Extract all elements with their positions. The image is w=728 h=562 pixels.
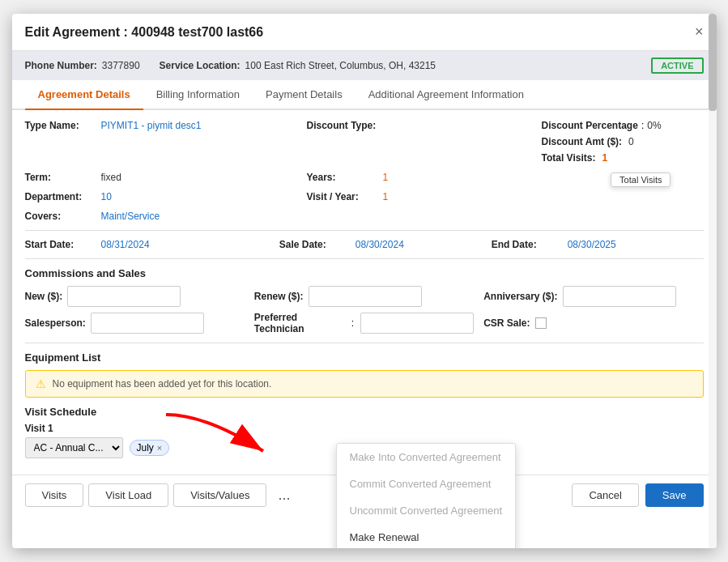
tooltip-box: Total Visits (611, 172, 671, 187)
dates-row: Start Date: 08/31/2024 Sale Date: 08/30/… (25, 239, 704, 250)
sale-date-label: Sale Date: (279, 239, 352, 250)
total-visits-value: 1 (602, 152, 607, 164)
equipment-title: Equipment List (25, 351, 704, 364)
tab-agreement-details[interactable]: Agreement Details (25, 80, 143, 110)
phone-info: Phone Number: 3377890 (25, 60, 140, 71)
modal-title: Edit Agreement : 400948 test700 last66 (25, 25, 264, 40)
anniversary-commission-item: Anniversary ($): (483, 286, 703, 307)
visit-load-button[interactable]: Visit Load (88, 483, 168, 507)
preferred-tech-input[interactable] (360, 313, 474, 334)
anniversary-input[interactable] (563, 286, 676, 307)
new-input[interactable] (67, 286, 181, 307)
dept-label: Department: (25, 191, 98, 202)
tab-bar: Agreement Details Billing Information Pa… (12, 80, 717, 110)
sale-date-group: Sale Date: 08/30/2024 (279, 239, 492, 250)
renew-commission-item: Renew ($): (254, 286, 474, 307)
july-tag: July × (130, 440, 170, 456)
menu-item-uncommit: Uncommit Converted Agreement (337, 497, 516, 524)
type-name-group: Type Name: PIYMIT1 - piymit desc1 (25, 120, 307, 131)
discount-amt-row: Discount Amt ($): 0 (542, 136, 704, 147)
discount-col: Discount Percentage : 0% Discount Amt ($… (542, 120, 704, 164)
context-menu: Make Into Converted Agreement Commit Con… (336, 443, 517, 548)
tab-billing-information[interactable]: Billing Information (143, 80, 253, 110)
covers-value: Maint/Service (101, 211, 160, 222)
divider1 (25, 230, 704, 231)
visit-schedule-title: Visit Schedule (25, 406, 704, 418)
discount-type-group: Discount Type: (307, 120, 542, 131)
csr-sale-item: CSR Sale: (483, 312, 703, 334)
total-visits-row: Total Visits: 1 Total Visits (542, 152, 704, 164)
renew-input[interactable] (309, 286, 422, 307)
new-label: New ($): (25, 291, 63, 302)
years-value: 1 (383, 172, 389, 183)
preferred-tech-item: Preferred Technician : (254, 312, 474, 334)
phone-label: Phone Number: (25, 60, 97, 71)
edit-agreement-modal: Edit Agreement : 400948 test700 last66 ×… (12, 14, 717, 548)
start-date-value: 08/31/2024 (101, 239, 150, 250)
end-date-value: 08/30/2025 (568, 239, 616, 250)
tab-content: Type Name: PIYMIT1 - piymit desc1 Discou… (12, 110, 717, 468)
end-date-label: End Date: (492, 239, 564, 250)
phone-value: 3377890 (102, 60, 140, 71)
commissions-title: Commissions and Sales (25, 267, 704, 279)
discount-amt-label: Discount Amt ($): (542, 136, 623, 147)
july-tag-remove[interactable]: × (157, 443, 162, 453)
dept-value: 10 (101, 191, 112, 202)
visits-button[interactable]: Visits (25, 483, 84, 507)
term-value: fixed (101, 172, 121, 183)
scrollbar-thumb[interactable] (709, 14, 717, 111)
location-label: Service Location: (160, 60, 241, 71)
new-commission-item: New ($): (25, 286, 245, 307)
visit-type-dropdown[interactable]: AC - Annual C... (25, 437, 123, 458)
visits-values-button[interactable]: Visits/Values (173, 483, 266, 507)
start-date-group: Start Date: 08/31/2024 (25, 239, 279, 250)
csr-sale-checkbox[interactable] (535, 317, 547, 329)
info-bar: Phone Number: 3377890 Service Location: … (12, 51, 717, 80)
tab-additional-agreement[interactable]: Additional Agreement Information (355, 80, 537, 110)
active-badge: ACTIVE (651, 57, 703, 74)
end-date-group: End Date: 08/30/2025 (492, 239, 704, 250)
discount-pct-value: 0% (647, 120, 661, 131)
visit-year-label: Visit / Year: (307, 191, 380, 202)
dept-row: Department: 10 Visit / Year: 1 (25, 191, 704, 202)
discount-amt-value: 0 (628, 136, 634, 147)
menu-item-converted: Make Into Converted Agreement (337, 444, 516, 470)
csr-sale-label: CSR Sale: (483, 317, 530, 329)
start-date-label: Start Date: (25, 239, 98, 250)
location-info: Service Location: 100 East Rich Street, … (160, 60, 436, 71)
cancel-button[interactable]: Cancel (572, 483, 638, 507)
sale-date-value: 08/30/2024 (355, 239, 404, 250)
years-group: Years: 1 (307, 172, 542, 183)
type-name-label: Type Name: (25, 120, 98, 131)
more-options-button[interactable]: ... (271, 487, 296, 504)
warning-icon: ⚠ (36, 377, 46, 390)
term-row: Term: fixed Years: 1 (25, 172, 704, 183)
tab-payment-details[interactable]: Payment Details (253, 80, 355, 110)
salesperson-label: Salesperson: (25, 317, 86, 329)
salesperson-item: Salesperson: (25, 312, 245, 334)
covers-row: Covers: Maint/Service (25, 211, 704, 222)
preferred-colon: : (351, 317, 354, 329)
visit-year-group: Visit / Year: 1 (307, 191, 542, 202)
type-name-row: Type Name: PIYMIT1 - piymit desc1 Discou… (25, 120, 704, 164)
menu-item-commit: Commit Converted Agreement (337, 470, 516, 497)
visit1-label: Visit 1 (25, 423, 704, 434)
discount-pct-label: Discount Percentage (542, 120, 638, 131)
divider3 (25, 343, 704, 343)
anniversary-label: Anniversary ($): (483, 291, 557, 302)
save-button[interactable]: Save (645, 483, 704, 507)
menu-item-renewal[interactable]: Make Renewal (337, 524, 516, 548)
renew-label: Renew ($): (254, 291, 304, 302)
type-name-value: PIYMIT1 - piymit desc1 (101, 120, 202, 131)
total-visits-label: Total Visits: (542, 152, 596, 164)
close-button[interactable]: × (695, 23, 704, 40)
dept-group: Department: 10 (25, 191, 307, 202)
modal-header: Edit Agreement : 400948 test700 last66 × (12, 14, 717, 51)
scrollbar[interactable] (709, 14, 717, 548)
location-value: 100 East Rich Street, Columbus, OH, 4321… (245, 60, 436, 71)
salesperson-input[interactable] (91, 313, 204, 334)
covers-label: Covers: (25, 211, 98, 222)
covers-group: Covers: Maint/Service (25, 211, 704, 222)
july-tag-label: July (137, 442, 154, 453)
years-label: Years: (307, 172, 380, 183)
